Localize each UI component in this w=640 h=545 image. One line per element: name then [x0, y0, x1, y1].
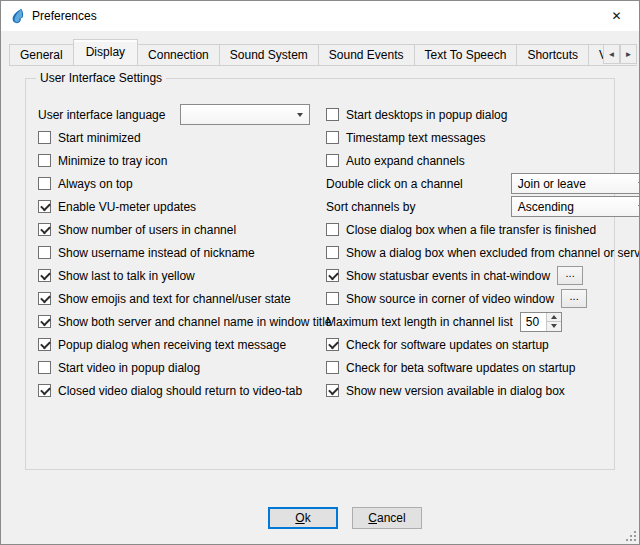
checkbox-minimize-to-tray[interactable]: Minimize to tray icon: [38, 149, 310, 172]
tab-connection[interactable]: Connection: [137, 44, 220, 66]
double-click-value: Join or leave: [518, 177, 586, 191]
checkbox-popup-text-message[interactable]: Popup dialog when receiving text message: [38, 333, 310, 356]
language-combobox[interactable]: [180, 104, 310, 125]
checkbox-box: [38, 223, 51, 236]
checkbox-label: Check for software updates on startup: [346, 338, 549, 352]
statusbar-events-options-button[interactable]: ...: [557, 266, 583, 285]
checkbox-check-updates[interactable]: Check for software updates on startup: [326, 333, 640, 356]
checkbox-box: [326, 384, 339, 397]
checkbox-box: [38, 315, 51, 328]
titlebar: Preferences ✕: [1, 1, 639, 31]
checkbox-label: Closed video dialog should return to vid…: [58, 384, 302, 398]
checkbox-video-source-corner[interactable]: Show source in corner of video window: [326, 287, 554, 310]
checkbox-box: [38, 384, 51, 397]
checkbox-label: Show emojis and text for channel/user st…: [58, 292, 291, 306]
checkbox-server-channel-in-title[interactable]: Show both server and channel name in win…: [38, 310, 310, 333]
language-row: User interface language: [38, 103, 310, 126]
checkbox-box: [38, 361, 51, 374]
checkbox-box: [38, 338, 51, 351]
ok-button[interactable]: Ok: [268, 507, 338, 529]
cancel-button[interactable]: Cancel: [352, 507, 422, 529]
max-text-length-label: Maximum text length in channel list: [326, 315, 513, 329]
language-label: User interface language: [38, 108, 165, 122]
max-text-length-row: Maximum text length in channel list 50: [326, 310, 640, 333]
checkbox-box: [326, 154, 339, 167]
spin-up-icon: [551, 315, 557, 319]
tab-scroll-left-button[interactable]: ◄: [603, 44, 620, 64]
checkbox-box: [326, 246, 339, 259]
checkbox-close-on-transfer[interactable]: Close dialog box when a file transfer is…: [326, 218, 640, 241]
tab-general[interactable]: General: [9, 44, 74, 66]
checkbox-video-popup[interactable]: Start video in popup dialog: [38, 356, 310, 379]
left-column: User interface language Start minimized …: [38, 103, 310, 402]
checkbox-check-beta-updates[interactable]: Check for beta software updates on start…: [326, 356, 640, 379]
tab-scroll-left-icon: ◄: [608, 50, 616, 59]
checkbox-timestamp-messages[interactable]: Timestamp text messages: [326, 126, 640, 149]
double-click-row: Double click on a channel Join or leave: [326, 172, 640, 195]
checkbox-show-user-count[interactable]: Show number of users in channel: [38, 218, 310, 241]
checkbox-statusbar-events[interactable]: Show statusbar events in chat-window: [326, 264, 550, 287]
sort-channels-row: Sort channels by Ascending: [326, 195, 640, 218]
tab-display[interactable]: Display: [73, 39, 138, 66]
dialog-footer: Ok Cancel: [1, 492, 639, 544]
tab-text-to-speech[interactable]: Text To Speech: [414, 44, 518, 66]
resize-grip[interactable]: [624, 529, 637, 542]
checkbox-box: [326, 131, 339, 144]
checkbox-label: Start video in popup dialog: [58, 361, 200, 375]
preferences-dialog: Preferences ✕ General Display Connection…: [0, 0, 640, 545]
checkbox-desktops-popup[interactable]: Start desktops in popup dialog: [326, 103, 640, 126]
app-icon: [9, 8, 25, 24]
video-source-options-button[interactable]: ...: [561, 289, 587, 308]
checkbox-label: Popup dialog when receiving text message: [58, 338, 286, 352]
checkbox-box: [38, 269, 51, 282]
tab-scroll-right-button[interactable]: ►: [620, 44, 637, 64]
close-button[interactable]: ✕: [594, 1, 639, 31]
checkbox-box: [38, 246, 51, 259]
cancel-button-label: Cancel: [363, 511, 411, 525]
checkbox-box: [326, 292, 339, 305]
tab-scroll-buttons: ◄ ►: [603, 44, 637, 64]
window-title: Preferences: [32, 9, 97, 23]
sort-channels-combobox[interactable]: Ascending: [511, 196, 640, 217]
checkbox-show-username[interactable]: Show username instead of nickname: [38, 241, 310, 264]
checkbox-label: Show number of users in channel: [58, 223, 236, 237]
spin-up-button[interactable]: [547, 313, 561, 323]
checkbox-box: [38, 131, 51, 144]
sort-channels-value: Ascending: [518, 200, 574, 214]
checkbox-emojis-text-state[interactable]: Show emojis and text for channel/user st…: [38, 287, 310, 310]
display-tab-page: User Interface Settings User interface l…: [1, 66, 639, 492]
max-text-length-value: 50: [521, 313, 546, 331]
double-click-combobox[interactable]: Join or leave: [511, 173, 640, 194]
checkbox-label: Show source in corner of video window: [346, 292, 554, 306]
checkbox-box: [38, 292, 51, 305]
tab-scroll-right-icon: ►: [625, 50, 633, 59]
max-text-length-spinbox[interactable]: 50: [520, 312, 562, 332]
checkbox-video-return-tab[interactable]: Closed video dialog should return to vid…: [38, 379, 310, 402]
checkbox-box: [326, 338, 339, 351]
group-title: User Interface Settings: [36, 71, 166, 85]
checkbox-label: Auto expand channels: [346, 154, 465, 168]
checkbox-box: [326, 108, 339, 121]
spin-down-icon: [551, 324, 557, 328]
checkbox-label: Enable VU-meter updates: [58, 200, 196, 214]
sort-channels-label: Sort channels by: [326, 200, 415, 214]
tab-sound-system[interactable]: Sound System: [219, 44, 319, 66]
checkbox-start-minimized[interactable]: Start minimized: [38, 126, 310, 149]
checkbox-always-on-top[interactable]: Always on top: [38, 172, 310, 195]
ok-button-label: Ok: [279, 511, 327, 525]
tab-shortcuts[interactable]: Shortcuts: [516, 44, 589, 66]
checkbox-auto-expand-channels[interactable]: Auto expand channels: [326, 149, 640, 172]
user-interface-settings-group: User Interface Settings User interface l…: [25, 78, 615, 470]
checkbox-vu-meter-updates[interactable]: Enable VU-meter updates: [38, 195, 310, 218]
checkbox-box: [38, 177, 51, 190]
checkbox-excluded-dialog[interactable]: Show a dialog box when excluded from cha…: [326, 241, 640, 264]
checkbox-new-version-dialog[interactable]: Show new version available in dialog box: [326, 379, 640, 402]
checkbox-label: Show username instead of nickname: [58, 246, 255, 260]
spin-down-button[interactable]: [547, 322, 561, 331]
checkbox-last-talk-yellow[interactable]: Show last to talk in yellow: [38, 264, 310, 287]
checkbox-label: Timestamp text messages: [346, 131, 486, 145]
checkbox-box: [38, 154, 51, 167]
tab-sound-events[interactable]: Sound Events: [318, 44, 415, 66]
double-click-label: Double click on a channel: [326, 177, 463, 191]
right-column: Start desktops in popup dialog Timestamp…: [310, 103, 640, 402]
